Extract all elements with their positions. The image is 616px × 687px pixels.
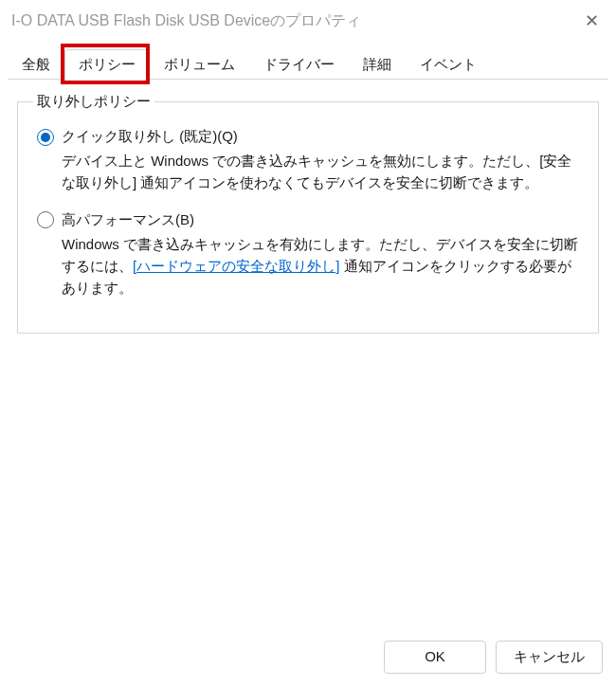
radio-quick-removal[interactable]: [37, 129, 54, 146]
tab-4[interactable]: 詳細: [349, 49, 406, 80]
option-label-quick-removal[interactable]: クイック取り外し (既定)(Q): [62, 128, 238, 146]
tab-content-policy: 取り外しポリシー クイック取り外し (既定)(Q)デバイス上と Windows …: [8, 93, 608, 334]
option-desc-text: デバイス上と Windows での書き込みキャッシュを無効にします。ただし、[安…: [62, 153, 571, 190]
removal-policy-group: 取り外しポリシー クイック取り外し (既定)(Q)デバイス上と Windows …: [17, 93, 599, 334]
titlebar: I-O DATA USB Flash Disk USB Deviceのプロパティ…: [0, 0, 616, 42]
close-icon[interactable]: ✕: [579, 10, 605, 31]
option-better-performance: 高パフォーマンス(B)Windows で書き込みキャッシュを有効にします。ただし…: [37, 211, 583, 299]
tab-3[interactable]: ドライバー: [249, 49, 349, 80]
safe-removal-link[interactable]: [ハードウェアの安全な取り外し]: [133, 258, 339, 274]
removal-policy-legend: 取り外しポリシー: [33, 93, 154, 111]
tab-strip: 全般ポリシーボリュームドライバー詳細イベント: [8, 49, 608, 80]
option-desc-better-performance: Windows で書き込みキャッシュを有効にします。ただし、デバイスを安全に切断…: [62, 233, 583, 299]
radio-better-performance[interactable]: [37, 211, 54, 228]
ok-button[interactable]: OK: [384, 641, 486, 674]
option-label-better-performance[interactable]: 高パフォーマンス(B): [62, 211, 194, 229]
option-quick-removal: クイック取り外し (既定)(Q)デバイス上と Windows での書き込みキャッ…: [37, 128, 583, 194]
tab-1[interactable]: ポリシー: [64, 49, 150, 81]
window-title: I-O DATA USB Flash Disk USB Deviceのプロパティ: [11, 11, 579, 31]
dialog-button-row: OK キャンセル: [384, 641, 603, 674]
tab-0[interactable]: 全般: [8, 49, 64, 80]
cancel-button[interactable]: キャンセル: [496, 641, 603, 674]
tab-2[interactable]: ボリューム: [150, 49, 249, 80]
tab-5[interactable]: イベント: [406, 49, 491, 80]
option-desc-quick-removal: デバイス上と Windows での書き込みキャッシュを無効にします。ただし、[安…: [62, 150, 583, 194]
